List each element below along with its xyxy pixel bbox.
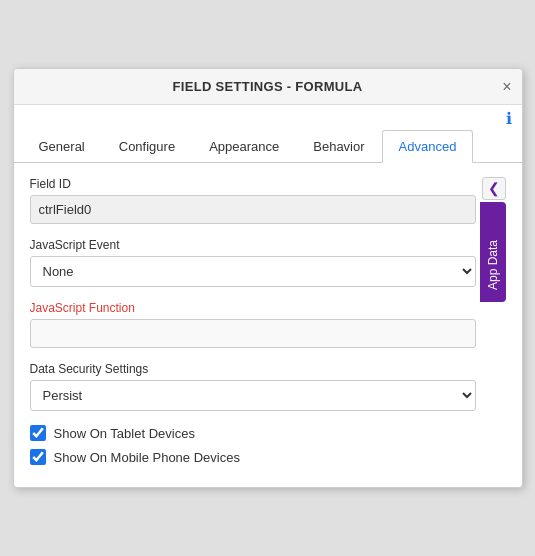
dialog-title: FIELD SETTINGS - FORMULA [173,79,363,94]
js-function-label: JavaScript Function [30,301,476,315]
main-area: Field ID JavaScript Event None JavaScrip… [14,163,522,487]
field-settings-dialog: FIELD SETTINGS - FORMULA × ℹ General Con… [13,68,523,488]
js-function-group: JavaScript Function [30,301,476,348]
chevron-left-icon[interactable]: ❮ [482,177,506,200]
mobile-checkbox-row: Show On Mobile Phone Devices [30,449,476,465]
tab-advanced[interactable]: Advanced [382,130,474,163]
mobile-checkbox-label: Show On Mobile Phone Devices [54,450,240,465]
tablet-checkbox[interactable] [30,425,46,441]
form-content: Field ID JavaScript Event None JavaScrip… [30,177,476,473]
close-button[interactable]: × [502,79,511,95]
info-row: ℹ [14,105,522,130]
js-event-group: JavaScript Event None [30,238,476,287]
app-data-button[interactable]: App Data [480,202,506,302]
dialog-header: FIELD SETTINGS - FORMULA × [14,69,522,105]
field-id-input[interactable] [30,195,476,224]
tabs-bar: General Configure Appearance Behavior Ad… [14,130,522,163]
info-icon[interactable]: ℹ [506,109,512,128]
right-panel: ❮ App Data [480,177,506,473]
field-id-label: Field ID [30,177,476,191]
field-id-group: Field ID [30,177,476,224]
data-security-group: Data Security Settings Persist [30,362,476,411]
js-function-input[interactable] [30,319,476,348]
data-security-select[interactable]: Persist [30,380,476,411]
tablet-checkbox-label: Show On Tablet Devices [54,426,195,441]
tab-appearance[interactable]: Appearance [192,130,296,163]
data-security-label: Data Security Settings [30,362,476,376]
tab-behavior[interactable]: Behavior [296,130,381,163]
tab-configure[interactable]: Configure [102,130,192,163]
mobile-checkbox[interactable] [30,449,46,465]
tab-general[interactable]: General [22,130,102,163]
js-event-select[interactable]: None [30,256,476,287]
tablet-checkbox-row: Show On Tablet Devices [30,425,476,441]
js-event-label: JavaScript Event [30,238,476,252]
